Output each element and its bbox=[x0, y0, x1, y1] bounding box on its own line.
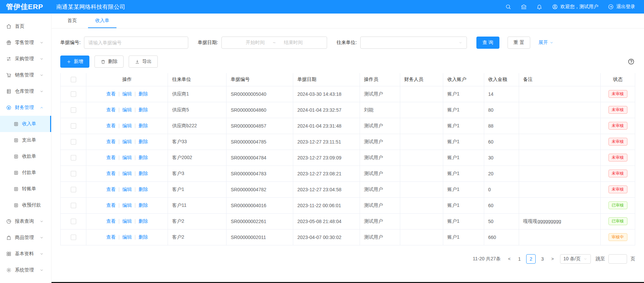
view-link[interactable]: 查看 bbox=[106, 171, 116, 176]
sidebar-item-首页[interactable]: 首页 bbox=[0, 18, 51, 35]
date-range-picker[interactable]: 开始时间 ~ 结束时间 bbox=[221, 37, 327, 49]
jump-page-input[interactable] bbox=[608, 254, 627, 264]
sidebar-item-支出单[interactable]: 支出单 bbox=[0, 132, 51, 148]
search-icon[interactable] bbox=[505, 4, 511, 10]
edit-link[interactable]: 编辑 bbox=[122, 218, 132, 224]
column-header-往来单位: 往来单位 bbox=[168, 73, 227, 86]
delete-link[interactable]: 删除 bbox=[138, 187, 148, 192]
edit-link[interactable]: 编辑 bbox=[122, 234, 132, 240]
bill-no-cell: SR00000004857 bbox=[227, 118, 293, 134]
row-checkbox[interactable] bbox=[71, 171, 76, 176]
gift-icon bbox=[6, 40, 12, 45]
action-divider: | bbox=[134, 171, 136, 176]
sidebar-item-基本资料[interactable]: 基本资料 bbox=[0, 246, 51, 262]
edit-link[interactable]: 编辑 bbox=[122, 155, 132, 160]
tab-首页[interactable]: 首页 bbox=[60, 14, 84, 28]
bill-no-cell: SR00000005040 bbox=[227, 86, 293, 102]
sidebar-item-付款单[interactable]: 付款单 bbox=[0, 165, 51, 181]
delete-link[interactable]: 删除 bbox=[138, 202, 148, 208]
action-divider: | bbox=[134, 218, 136, 224]
view-link[interactable]: 查看 bbox=[106, 187, 116, 192]
action-divider: | bbox=[119, 139, 120, 144]
select-all-checkbox[interactable] bbox=[71, 77, 76, 82]
edit-link[interactable]: 编辑 bbox=[122, 139, 132, 144]
row-checkbox[interactable] bbox=[71, 235, 76, 240]
sidebar-item-商品管理[interactable]: 商品管理 bbox=[0, 230, 51, 246]
bill-no-cell: SR00000002011 bbox=[227, 229, 293, 245]
tab-收入单[interactable]: 收入单 bbox=[88, 14, 116, 28]
delete-link[interactable]: 删除 bbox=[138, 218, 148, 224]
sidebar-item-转账单[interactable]: 转账单 bbox=[0, 181, 51, 197]
row-checkbox[interactable] bbox=[71, 91, 76, 97]
sidebar-item-报表查询[interactable]: 报表查询 bbox=[0, 213, 51, 230]
sidebar-item-系统管理[interactable]: 系统管理 bbox=[0, 262, 51, 278]
view-link[interactable]: 查看 bbox=[106, 139, 116, 144]
sidebar-item-零售管理[interactable]: 零售管理 bbox=[0, 35, 51, 51]
edit-link[interactable]: 编辑 bbox=[122, 202, 132, 208]
export-button[interactable]: 导出 bbox=[129, 56, 158, 68]
edit-link[interactable]: 编辑 bbox=[122, 123, 132, 128]
row-checkbox[interactable] bbox=[71, 123, 76, 129]
partner-cell: 客户3 bbox=[168, 166, 227, 181]
reset-button[interactable]: 重 置 bbox=[508, 37, 531, 49]
partner-cell: 客户2 bbox=[168, 213, 227, 229]
view-link[interactable]: 查看 bbox=[106, 202, 116, 208]
search-button[interactable]: 查 询 bbox=[476, 37, 499, 49]
prev-page-button[interactable]: < bbox=[505, 256, 513, 261]
delete-link[interactable]: 删除 bbox=[138, 139, 148, 144]
partner-select[interactable] bbox=[360, 37, 467, 49]
row-checkbox[interactable] bbox=[71, 155, 76, 160]
page-size-label: 10 条/页 bbox=[563, 256, 581, 262]
edit-link[interactable]: 编辑 bbox=[122, 187, 132, 192]
bill-no-input[interactable] bbox=[84, 37, 188, 49]
sidebar-item-label: 首页 bbox=[15, 23, 24, 29]
row-checkbox[interactable] bbox=[71, 139, 76, 145]
bank-icon[interactable] bbox=[521, 4, 527, 10]
logout-button[interactable]: 退出登录 bbox=[608, 4, 635, 10]
row-checkbox[interactable] bbox=[71, 219, 76, 224]
view-link[interactable]: 查看 bbox=[106, 123, 116, 128]
tab-bar: 首页收入单 bbox=[51, 14, 644, 28]
delete-link[interactable]: 删除 bbox=[138, 171, 148, 176]
bill-date-cell: 2023-11-22 00:06:01 bbox=[293, 197, 360, 213]
view-link[interactable]: 查看 bbox=[106, 234, 116, 240]
sidebar-item-仓库管理[interactable]: 仓库管理 bbox=[0, 83, 51, 100]
expand-link[interactable]: 展开 bbox=[538, 40, 554, 46]
sidebar-item-采购管理[interactable]: 采购管理 bbox=[0, 51, 51, 67]
partner-cell: 客户1 bbox=[168, 181, 227, 197]
row-checkbox[interactable] bbox=[71, 187, 76, 192]
page-3-button[interactable]: 3 bbox=[538, 254, 547, 264]
sidebar-item-销售管理[interactable]: 销售管理 bbox=[0, 67, 51, 83]
edit-link[interactable]: 编辑 bbox=[122, 107, 132, 112]
content: 单据编号: 单据日期: 开始时间 ~ 结束时间 往来单位: bbox=[51, 28, 644, 283]
delete-button[interactable]: 删除 bbox=[94, 56, 124, 68]
row-checkbox[interactable] bbox=[71, 107, 76, 113]
sidebar-item-收入单[interactable]: 收入单 bbox=[0, 116, 51, 132]
view-link[interactable]: 查看 bbox=[106, 91, 116, 96]
delete-link[interactable]: 删除 bbox=[138, 107, 148, 112]
finance-person-cell bbox=[400, 150, 443, 166]
cabinet-icon bbox=[6, 89, 12, 94]
user-menu[interactable]: 欢迎您，测试用户 bbox=[552, 4, 598, 10]
bell-icon[interactable] bbox=[536, 4, 542, 10]
page-size-select[interactable]: 10 条/页 bbox=[560, 254, 591, 264]
sidebar-item-收款单[interactable]: 收款单 bbox=[0, 148, 51, 165]
row-checkbox[interactable] bbox=[71, 203, 76, 208]
page-2-button[interactable]: 2 bbox=[526, 254, 536, 264]
income-account-cell: 账户1 bbox=[443, 134, 484, 150]
edit-link[interactable]: 编辑 bbox=[122, 171, 132, 176]
view-link[interactable]: 查看 bbox=[106, 155, 116, 160]
sidebar-item-财务管理[interactable]: 财务管理 bbox=[0, 100, 51, 116]
view-link[interactable]: 查看 bbox=[106, 218, 116, 224]
delete-link[interactable]: 删除 bbox=[138, 234, 148, 240]
page-1-button[interactable]: 1 bbox=[515, 254, 524, 264]
delete-link[interactable]: 删除 bbox=[138, 155, 148, 160]
add-button[interactable]: 新增 bbox=[60, 56, 89, 68]
next-page-button[interactable]: > bbox=[549, 256, 557, 261]
view-link[interactable]: 查看 bbox=[106, 107, 116, 112]
delete-link[interactable]: 删除 bbox=[138, 91, 148, 96]
edit-link[interactable]: 编辑 bbox=[122, 91, 132, 96]
help-icon[interactable] bbox=[628, 58, 635, 65]
sidebar-item-收预付款[interactable]: 收预付款 bbox=[0, 197, 51, 213]
delete-link[interactable]: 删除 bbox=[138, 123, 148, 128]
